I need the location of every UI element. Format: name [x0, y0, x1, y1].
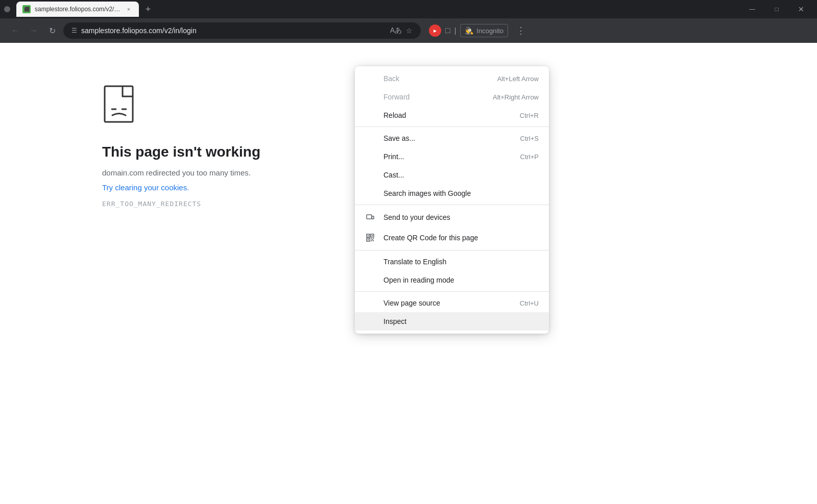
svg-rect-3	[367, 215, 372, 219]
menu-item-forward[interactable]: ForwardAlt+Right Arrow	[355, 88, 549, 106]
extension-button[interactable]: ▶	[429, 24, 441, 37]
menu-label: Reload	[383, 111, 406, 119]
menu-label: Forward	[383, 93, 410, 101]
incognito-button[interactable]: 🕵 Incognito	[460, 24, 508, 37]
svg-rect-0	[105, 86, 133, 122]
menu-item-reload[interactable]: ReloadCtrl+R	[355, 106, 549, 124]
window-controls-right: — □ ✕	[740, 0, 813, 18]
window-controls-left	[4, 6, 10, 12]
menu-label: Save as...	[383, 134, 415, 142]
reload-button[interactable]: ↻	[45, 23, 59, 38]
menu-item-send-to-your-devices[interactable]: Send to your devices	[355, 207, 549, 228]
svg-rect-13	[372, 239, 373, 240]
menu-label: Translate to English	[383, 258, 446, 266]
menu-item-search-images-with-google[interactable]: Search images with Google	[355, 184, 549, 203]
menu-divider-14	[355, 291, 549, 292]
address-bar-icons: Aあ ☆	[390, 26, 413, 35]
menu-shortcut: Alt+Left Arrow	[497, 75, 539, 83]
error-icon	[102, 84, 143, 132]
new-tab-button[interactable]: +	[141, 2, 155, 16]
menu-shortcut: Ctrl+R	[520, 112, 539, 119]
menu-label: Send to your devices	[383, 213, 450, 221]
menu-item-back[interactable]: BackAlt+Left Arrow	[355, 69, 549, 88]
address-bar: ← → ↻ ☰ samplestore.foliopos.com/v2/in/l…	[0, 18, 817, 43]
menu-item-view-page-source[interactable]: View page sourceCtrl+U	[355, 294, 549, 312]
qr-code-icon	[365, 233, 375, 243]
svg-rect-6	[368, 235, 369, 236]
menu-item-open-in-reading-mode[interactable]: Open in reading mode	[355, 271, 549, 289]
menu-label: Inspect	[383, 317, 406, 325]
svg-rect-11	[371, 238, 372, 239]
svg-rect-8	[372, 235, 373, 236]
minimize-button[interactable]: —	[740, 0, 764, 18]
menu-label: Create QR Code for this page	[383, 234, 478, 242]
menu-label: Search images with Google	[383, 189, 471, 197]
menu-item-save-as[interactable]: Save as...Ctrl+S	[355, 129, 549, 147]
menu-item-cast[interactable]: Cast...	[355, 166, 549, 184]
forward-button[interactable]: →	[27, 23, 41, 38]
send-to-devices-icon	[365, 212, 375, 222]
tab-close-button[interactable]: ×	[125, 5, 133, 13]
copy-icon[interactable]: □	[445, 26, 450, 35]
menu-item-create-qr-code-for-this-page[interactable]: Create QR Code for this page	[355, 228, 549, 248]
menu-item-translate-to-english[interactable]: Translate to English	[355, 253, 549, 271]
tab-bar: ⬛ samplestore.foliopos.com/v2/l... × + —…	[0, 0, 817, 18]
close-button[interactable]: ✕	[789, 0, 813, 18]
svg-rect-4	[372, 216, 374, 219]
menu-shortcut: Ctrl+P	[520, 153, 539, 161]
menu-label: Print...	[383, 153, 404, 161]
menu-shortcut: Ctrl+S	[520, 135, 539, 142]
maximize-button[interactable]: □	[765, 0, 788, 18]
tab-title: samplestore.foliopos.com/v2/l...	[35, 6, 121, 13]
menu-item-inspect[interactable]: Inspect	[355, 312, 549, 331]
active-tab[interactable]: ⬛ samplestore.foliopos.com/v2/l... ×	[16, 2, 139, 17]
chrome-dot	[4, 6, 10, 12]
svg-rect-10	[368, 239, 369, 240]
translate-icon[interactable]: Aあ	[390, 26, 402, 35]
menu-divider-8	[355, 205, 549, 205]
svg-rect-12	[373, 238, 374, 239]
menu-label: View page source	[383, 299, 440, 307]
error-desc: domain.com redirected you too many times…	[102, 168, 251, 177]
menu-label: Open in reading mode	[383, 276, 454, 284]
url-bar[interactable]: ☰ samplestore.foliopos.com/v2/in/login A…	[63, 22, 421, 39]
svg-rect-15	[373, 240, 374, 241]
menu-divider-11	[355, 250, 549, 250]
url-text: samplestore.foliopos.com/v2/in/login	[81, 27, 386, 35]
clear-cookies-link[interactable]: Try clearing your cookies.	[102, 183, 189, 192]
menu-item-print[interactable]: Print...Ctrl+P	[355, 147, 549, 166]
menu-label: Back	[383, 74, 399, 83]
tab-favicon: ⬛	[22, 5, 31, 13]
bookmark-icon[interactable]: ☆	[406, 27, 413, 35]
menu-divider-3	[355, 127, 549, 127]
browser-chrome: ⬛ samplestore.foliopos.com/v2/l... × + —…	[0, 0, 817, 43]
menu-shortcut: Alt+Right Arrow	[493, 93, 539, 101]
browser-menu-button[interactable]: ⋮	[512, 23, 530, 38]
incognito-label: Incognito	[476, 27, 503, 35]
error-title: This page isn't working	[102, 144, 260, 160]
menu-label: Cast...	[383, 171, 404, 179]
menu-shortcut: Ctrl+U	[520, 299, 539, 307]
svg-rect-14	[371, 240, 372, 241]
context-menu: BackAlt+Left ArrowForwardAlt+Right Arrow…	[355, 66, 549, 334]
back-button[interactable]: ←	[8, 23, 22, 38]
error-code: ERR_TOO_MANY_REDIRECTS	[102, 200, 201, 208]
